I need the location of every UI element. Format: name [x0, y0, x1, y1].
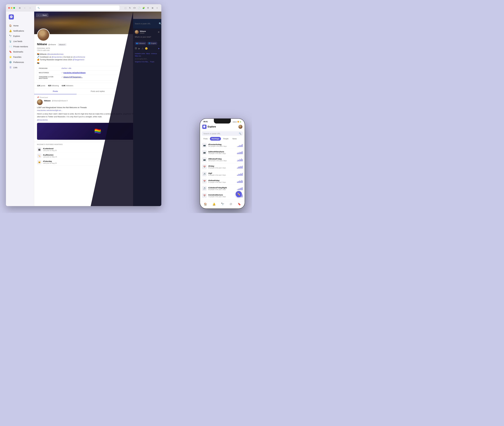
- phone-hashtag-info: #followfriday 31 people in the past 2 da…: [208, 179, 236, 183]
- browser-titlebar: ⊞ ← → 🔍 ⬚ ↻ </> 🕐 🧩 ⬆ ⊞ +: [6, 4, 161, 12]
- followers-button[interactable]: 👥 Followers: [135, 42, 146, 45]
- phone-hashtag-sub: 49 people in the past 2 days: [208, 167, 236, 169]
- sidebar-item-bookmarks[interactable]: 🔖 Bookmarks: [8, 49, 32, 54]
- history-button[interactable]: 🕐: [137, 6, 141, 10]
- hashtag-icon-lareunion: 🏷️: [37, 154, 42, 158]
- phone-tab-people[interactable]: People: [222, 137, 230, 141]
- tab-posts-replies[interactable]: Posts and replies: [77, 88, 119, 94]
- developer-tools-button[interactable]: </>: [132, 6, 137, 10]
- back-nav-button[interactable]: ←: [23, 6, 27, 10]
- phone-user-avatar[interactable]: [238, 125, 242, 129]
- stat-following[interactable]: 625 following: [48, 85, 59, 87]
- sidebar-item-explore[interactable]: 🔭 Explore: [8, 34, 32, 39]
- sidebar-toggle-button[interactable]: ⊞: [18, 6, 22, 10]
- phone-nav-notifications[interactable]: 🔔: [212, 203, 216, 206]
- followers-icon: 👥: [136, 42, 138, 44]
- about-link[interactable]: About: [146, 53, 150, 54]
- phone-nav-home[interactable]: 🏠: [204, 203, 207, 206]
- phone-hashtag-item[interactable]: 📅 #friday 49 people in the past 2 days: [201, 163, 244, 170]
- bio-link-tangerineui[interactable]: @TangerineUI: [73, 59, 84, 61]
- posts-label: posts: [41, 85, 45, 87]
- profile-avatar-area: [37, 28, 50, 41]
- post-link[interactable]: macstories.net/stories/lgbt-an...: [37, 109, 63, 111]
- phone-hashtag-info: #Fensterfreitag 242 people in the past 2…: [208, 143, 236, 147]
- new-tab-button[interactable]: +: [155, 6, 159, 10]
- phone-hashtag-item[interactable]: 🎵 #tgif 31 people in the past 2 days: [201, 170, 244, 178]
- phone-tab-posts[interactable]: Posts: [202, 137, 209, 141]
- tangerine-field-value: ✓ nileane.fr/@TangerineU...: [61, 76, 83, 79]
- grid-button[interactable]: ⊞: [151, 6, 155, 10]
- footer-mastodon-link: mastodon.online · About · shortcuts · Vi…: [135, 52, 160, 57]
- bio-link-comfortzone[interactable]: @comfortzone: [73, 56, 85, 58]
- send-toot-button[interactable]: ➤: [158, 47, 160, 50]
- phone-hashtag-chart: [237, 143, 243, 147]
- mastodon-online-link[interactable]: mastodon.online: [135, 53, 145, 54]
- maximize-button[interactable]: [13, 7, 15, 9]
- followers-label: followers: [66, 85, 73, 87]
- phone-hashtag-sub: 78 people in the past 2 days: [208, 153, 236, 154]
- stat-followers[interactable]: 4.4K followers: [62, 85, 73, 87]
- bio-link-toutesdesfemmes[interactable]: @toutesdesfemmes: [47, 53, 64, 55]
- dark-search-icon[interactable]: 🔍: [157, 21, 161, 27]
- phone-nav-bookmark[interactable]: 🔖: [238, 203, 241, 206]
- image-attach-button[interactable]: 🖼: [135, 47, 137, 50]
- compose-input[interactable]: What's on your mind?: [135, 35, 160, 39]
- share-button[interactable]: ⬆: [146, 6, 150, 10]
- tab-posts[interactable]: Posts: [34, 88, 77, 94]
- compose-settings-icon[interactable]: ⚙: [158, 31, 160, 33]
- sidebar-item-lists[interactable]: ☰ Lists: [8, 65, 32, 70]
- sidebar-item-notifications-label: Notifications: [13, 30, 24, 32]
- phone-hashtag-item[interactable]: 📷 #Fensterfreitag 242 people in the past…: [201, 142, 244, 149]
- sidebar-item-private-mentions[interactable]: ✉️ Private mentions: [8, 44, 32, 49]
- phone-hashtag-name: #tgif: [208, 172, 236, 174]
- language-button[interactable]: 🌐 English: [147, 42, 157, 45]
- sidebar-item-notifications[interactable]: 🔔 Notifications: [8, 28, 32, 33]
- forward-nav-button[interactable]: →: [28, 6, 32, 10]
- post-mention[interactable]: @macstories: [37, 119, 48, 121]
- signal-icon: ▲▲▲: [232, 121, 237, 122]
- minimize-button[interactable]: [11, 7, 12, 9]
- address-bar[interactable]: 🔍: [36, 6, 120, 10]
- shortcuts-link[interactable]: shortcuts: [151, 53, 157, 54]
- compose-username: Niléane nileane: [140, 30, 157, 34]
- followers-button-label: Followers: [138, 43, 145, 44]
- phone-hashtag-sub: 73 people in the past 2 days: [208, 196, 236, 198]
- reader-mode-button[interactable]: ⬚: [123, 6, 127, 10]
- tangerine-label-text: TANGERINE UI FOR MASTODON: [39, 76, 61, 79]
- poll-button[interactable]: ⚠: [142, 47, 144, 50]
- sidebar-item-live-feeds[interactable]: 📡 Live feeds: [8, 39, 32, 44]
- dark-search-input[interactable]: [135, 23, 156, 25]
- macstories-field-label: MACSTORIES: [39, 72, 61, 74]
- phone-hashtag-info: #alttoothfairyfacts 78 people in the pas…: [208, 151, 236, 154]
- emoji-button[interactable]: 😊: [145, 47, 148, 50]
- phone-nav-mentions[interactable]: @: [230, 203, 232, 206]
- sidebar-item-preferences[interactable]: ⚙️ Preferences: [8, 60, 32, 65]
- sidebar-item-home[interactable]: 🏠 Home: [8, 23, 32, 28]
- profile-back-button[interactable]: ← ← Back: [36, 13, 49, 17]
- tangerine-link[interactable]: nileane.fr/@TangerineU...: [63, 76, 82, 78]
- phone-nav-explore[interactable]: 🔭: [221, 203, 224, 206]
- phone-hashtag-item[interactable]: 📷 #alttoothfairyfacts 78 people in the p…: [201, 149, 244, 156]
- phone-hashtag-name: #Fensterfreitag: [208, 143, 236, 146]
- bio-link-macstories[interactable]: @macstories: [51, 56, 62, 58]
- phone-search-bar[interactable]: Search or paste URL 🔍: [202, 131, 243, 136]
- phone-hashtag-icon: 🎵: [202, 186, 207, 191]
- stat-posts[interactable]: 11K posts: [37, 85, 45, 87]
- phone-hashtag-icon: 📷: [202, 143, 207, 148]
- back-arrow-icon: ←: [38, 14, 39, 16]
- phone-tab-news[interactable]: News: [231, 137, 238, 141]
- gif-attach-button[interactable]: ▶: [138, 47, 140, 50]
- view-source-link[interactable]: View sou: [135, 55, 141, 57]
- macstories-link[interactable]: macstories.net/author/nileane: [63, 72, 86, 74]
- phone-hashtag-item[interactable]: 🎵 #JukeboxFridayNight 35 people in the p…: [201, 185, 244, 192]
- close-button[interactable]: [8, 7, 10, 9]
- phone-hashtag-item[interactable]: 📷 #WindowFriday 108 people in the past 2…: [201, 156, 244, 163]
- phone-status-right: ▲▲▲ 📶 🔋: [232, 121, 241, 122]
- refresh-button[interactable]: ↻: [128, 6, 132, 10]
- phone-hashtag-item[interactable]: 📅 #followfriday 31 people in the past 2 …: [201, 178, 244, 185]
- phone-tab-hashtags[interactable]: Hashtags: [210, 137, 221, 141]
- compose-fab-button[interactable]: ✏️: [236, 191, 242, 197]
- extensions-button[interactable]: 🧩: [142, 6, 145, 10]
- phone-screen: 09:41 ▲▲▲ 📶 🔋 Explore Search or paste UR…: [200, 119, 245, 208]
- sidebar-item-favorites[interactable]: ⭐ Favorites: [8, 55, 32, 59]
